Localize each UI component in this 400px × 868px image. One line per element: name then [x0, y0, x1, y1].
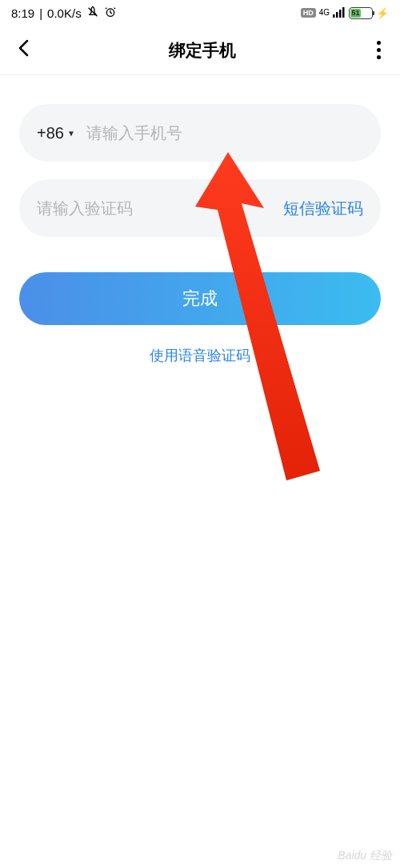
back-button[interactable] [13, 33, 34, 67]
status-netspeed: 0.0K/s [47, 6, 82, 20]
form-content: +86 ▼ 短信验证码 完成 使用语音验证码 [0, 75, 400, 365]
mute-icon [86, 6, 99, 21]
voice-code-link[interactable]: 使用语音验证码 [19, 346, 381, 365]
watermark: Baidu 经验 [338, 849, 392, 863]
code-input[interactable] [37, 199, 283, 218]
phone-input[interactable] [86, 124, 363, 143]
phone-row: +86 ▼ [19, 104, 381, 162]
svg-rect-4 [339, 10, 342, 18]
status-left: 8:19 | 0.0K/s [11, 6, 117, 21]
nav-bar: 绑定手机 [0, 26, 400, 75]
send-sms-button[interactable]: 短信验证码 [283, 198, 363, 219]
code-row: 短信验证码 [19, 179, 381, 237]
svg-rect-3 [336, 12, 338, 18]
svg-rect-5 [342, 7, 345, 18]
signal-icon [333, 6, 346, 20]
hd-badge: HD [301, 8, 316, 18]
svg-rect-2 [333, 14, 335, 18]
network-gen: 4G [319, 9, 330, 17]
more-button[interactable] [370, 34, 387, 66]
battery-icon: 51 [349, 7, 373, 19]
status-time: 8:19 [11, 6, 34, 20]
country-code-value: +86 [37, 124, 64, 143]
status-bar: 8:19 | 0.0K/s HD 4G [0, 0, 400, 26]
battery-pct: 51 [350, 9, 361, 18]
status-right: HD 4G 51 ⚡ [301, 6, 389, 20]
submit-button[interactable]: 完成 [19, 272, 381, 325]
country-code-select[interactable]: +86 ▼ [37, 124, 75, 143]
alarm-icon [104, 6, 117, 21]
chevron-down-icon: ▼ [67, 129, 75, 138]
charging-icon: ⚡ [376, 7, 389, 19]
bottom-placeholder [68, 764, 332, 836]
page-title: 绑定手机 [169, 39, 236, 62]
